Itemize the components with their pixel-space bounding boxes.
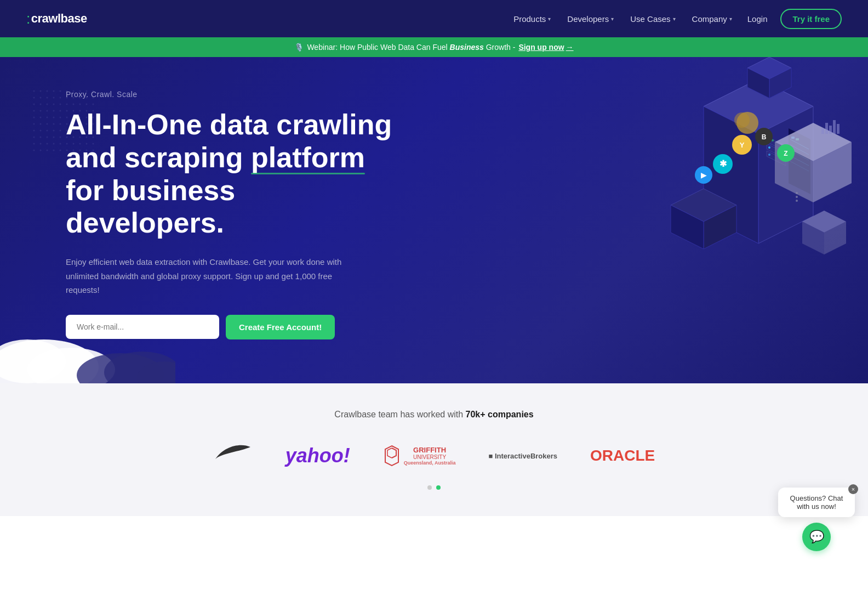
hero-tag: Proxy. Crawl. Scale [66, 90, 395, 99]
create-account-button[interactable]: Create Free Account! [226, 315, 335, 339]
badge-b [755, 128, 773, 145]
chevron-down-icon: ▾ [673, 16, 676, 22]
svg-rect-11 [791, 137, 795, 139]
svg-marker-31 [802, 222, 824, 254]
companies-logos: yahoo! GRIFFITH UNIVERSITY Queensland, A… [44, 441, 824, 470]
companies-section: Crawlbase team has worked with 70k+ comp… [0, 383, 868, 516]
svg-marker-20 [671, 189, 736, 222]
svg-marker-27 [813, 142, 852, 202]
svg-point-40 [796, 200, 798, 202]
svg-point-19 [768, 154, 770, 156]
svg-text:✱: ✱ [719, 159, 727, 168]
email-input[interactable] [66, 315, 219, 339]
nav-links: Products ▾ Developers ▾ Use Cases ▾ Comp… [507, 10, 739, 28]
svg-rect-43 [829, 126, 832, 134]
server-illustration: Y B Z ✱ ▶ [594, 57, 868, 309]
svg-line-10 [790, 161, 809, 171]
company-nav-button[interactable]: Company ▾ [686, 10, 739, 28]
svg-rect-12 [796, 138, 799, 140]
announcement-banner: 🎙️ Webinar: How Public Web Data Can Fuel… [0, 37, 868, 57]
svg-point-49 [77, 353, 164, 383]
badge-z [777, 144, 795, 162]
badge-y [732, 135, 752, 155]
hero-content: Proxy. Crawl. Scale All-In-One data craw… [66, 90, 395, 339]
svg-rect-45 [837, 124, 840, 134]
banner-emoji: 🎙️ [294, 43, 304, 52]
chat-close-button[interactable]: × [848, 484, 858, 494]
carousel-dot-1[interactable] [427, 485, 432, 490]
svg-marker-30 [824, 222, 846, 254]
svg-point-48 [27, 348, 115, 383]
chevron-down-icon: ▾ [729, 16, 732, 22]
logo-bracket: : [26, 10, 30, 27]
companies-title: Crawlbase team has worked with 70k+ comp… [44, 410, 824, 420]
svg-text:Y: Y [740, 141, 745, 149]
badge-play [695, 166, 712, 184]
company-logo-yahoo: yahoo! [285, 444, 350, 467]
svg-marker-29 [802, 211, 846, 233]
developers-nav-button[interactable]: Developers ▾ [561, 10, 620, 28]
svg-marker-14 [767, 144, 786, 158]
logo-text: crawlbase [31, 12, 87, 26]
chevron-down-icon: ▾ [548, 16, 551, 22]
svg-marker-3 [758, 106, 813, 243]
hero-description: Enjoy efficient web data extraction with… [66, 255, 351, 297]
svg-line-6 [790, 139, 809, 149]
svg-point-46 [0, 339, 99, 383]
svg-marker-15 [767, 151, 786, 166]
chat-bubble: × Questions? Chat with us now! [778, 488, 855, 516]
svg-text:▶: ▶ [701, 171, 707, 179]
nav-item-products: Products ▾ [507, 10, 557, 28]
svg-point-18 [768, 146, 770, 149]
chat-widget: × Questions? Chat with us now! 💬 [778, 488, 855, 516]
hero-section: Proxy. Crawl. Scale All-In-One data craw… [0, 57, 868, 383]
carousel-dots [44, 485, 824, 490]
login-button[interactable]: Login [739, 10, 776, 28]
svg-point-37 [734, 112, 750, 128]
hero-highlight: platform [251, 141, 365, 173]
hero-illustration: Y B Z ✱ ▶ [594, 57, 868, 383]
banner-text: Webinar: How Public Web Data Can Fuel Bu… [307, 43, 515, 52]
company-logo-nike [213, 441, 253, 470]
svg-point-16 [768, 139, 770, 141]
usecases-nav-button[interactable]: Use Cases ▾ [624, 10, 682, 28]
svg-marker-26 [775, 123, 852, 161]
svg-point-50 [104, 352, 175, 383]
svg-text:Z: Z [784, 150, 787, 157]
carousel-dot-2[interactable] [436, 485, 441, 490]
svg-marker-28 [775, 142, 813, 202]
svg-text:B: B [762, 133, 767, 141]
chevron-down-icon: ▾ [611, 16, 614, 22]
banner-signup-link[interactable]: Sign up now → [518, 43, 573, 52]
nav-item-usecases: Use Cases ▾ [624, 10, 682, 28]
svg-marker-22 [671, 205, 704, 249]
planet-decoration [736, 112, 758, 134]
arrow-right-icon: → [566, 43, 574, 52]
brand-logo[interactable]: :crawlbase [26, 10, 87, 27]
company-logo-interactive-brokers: ■ InteractiveBrokers [488, 451, 557, 460]
nav-item-developers: Developers ▾ [561, 10, 620, 28]
products-nav-button[interactable]: Products ▾ [507, 10, 557, 28]
nav-item-company: Company ▾ [686, 10, 739, 28]
company-logo-oracle: ORACLE [590, 447, 655, 465]
svg-point-39 [796, 196, 798, 198]
svg-marker-13 [767, 137, 786, 151]
svg-point-17 [772, 139, 774, 141]
hero-title: All-In-One data crawling and scraping pl… [66, 109, 395, 240]
svg-rect-41 [821, 128, 824, 134]
svg-point-51 [137, 361, 175, 383]
hero-form: Create Free Account! [66, 315, 395, 339]
chat-bubble-text: Questions? Chat with us now! [790, 494, 843, 511]
svg-marker-23 [747, 57, 791, 79]
svg-marker-5 [789, 128, 810, 194]
svg-marker-4 [704, 106, 758, 243]
svg-rect-44 [833, 120, 836, 134]
badge-asterisk [713, 154, 733, 174]
svg-line-8 [790, 150, 809, 160]
svg-line-9 [790, 156, 809, 166]
company-logo-griffith: GRIFFITH UNIVERSITY Queensland, Australi… [383, 445, 456, 467]
svg-marker-25 [747, 68, 769, 98]
svg-rect-42 [825, 123, 828, 134]
try-free-button[interactable]: Try it free [780, 9, 842, 29]
svg-point-47 [0, 339, 66, 383]
